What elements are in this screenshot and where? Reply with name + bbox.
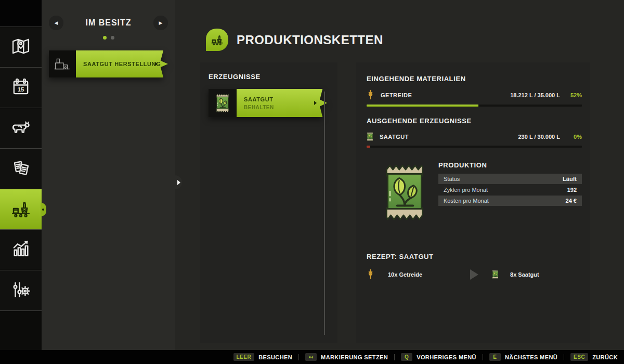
row-value: Läuft: [563, 176, 577, 182]
recipe-title: REZEPT: SAATGUT: [367, 253, 582, 261]
seed-bag-icon: [492, 269, 499, 279]
wheat-icon: [367, 269, 374, 280]
sidebar: 15: [0, 0, 42, 350]
app-window: 15: [0, 0, 624, 364]
key-badge-e: E: [489, 353, 501, 361]
production-chains-icon: [206, 29, 228, 51]
hint-next-menu: E NÄCHSTES MENÜ: [489, 353, 557, 361]
hint-label: VORHERIGES MENÜ: [417, 354, 476, 360]
calendar-icon: 15: [10, 76, 32, 100]
hint-separator: [394, 354, 395, 360]
page-dot-active: [103, 36, 107, 40]
hint-separator: [564, 354, 564, 360]
statistics-icon: [10, 238, 32, 262]
output-progress-fill: [367, 146, 370, 148]
sidebar-item-production[interactable]: [0, 189, 42, 229]
hint-separator: [298, 354, 299, 360]
product-item-thumbnail: [209, 89, 237, 117]
sidebar-filler: [0, 310, 42, 350]
key-badge-tab: ↤: [305, 353, 317, 361]
bottom-keybind-bar: LEER BESUCHEN ↤ MARKIERUNG SETZEN Q VORH…: [0, 350, 624, 364]
hint-label: NÄCHSTES MENÜ: [505, 354, 557, 360]
production-table: Status Läuft Zyklen pro Monat 192 Kosten…: [438, 174, 582, 206]
expander-arrow-icon: [177, 180, 180, 185]
seed-bag-icon: [367, 132, 373, 141]
output-row-saatgut: SAATGUT 230 L / 30.000 L 0%: [367, 132, 582, 141]
inputs-title: EINGEHENDE MATERIALIEN: [367, 75, 582, 83]
outputs-title: AUSGEHENDE ERZEUGNISSE: [367, 117, 582, 125]
key-badge-q: Q: [401, 353, 412, 361]
input-progress-bar: [367, 105, 582, 107]
svg-text:15: 15: [18, 86, 24, 92]
page-next-button[interactable]: ▶: [153, 16, 168, 30]
recipe-section: REZEPT: SAATGUT 10x Getreide 8x Saatgut: [367, 253, 582, 280]
table-row: Zyklen pro Monat 192: [438, 185, 582, 195]
sidebar-spacer: [0, 0, 42, 27]
panel-expander[interactable]: [175, 175, 182, 189]
documents-icon: [10, 157, 32, 181]
page-dots: [42, 36, 175, 40]
hint-previous-menu: Q VORHERIGES MENÜ: [401, 353, 476, 361]
map-icon: [10, 35, 32, 59]
cow-icon: [10, 116, 32, 140]
hint-label: BESUCHEN: [258, 354, 292, 360]
hint-label: MARKIERUNG SETZEN: [321, 354, 388, 360]
hint-visit: LEER BESUCHEN: [233, 353, 293, 361]
page-prev-button[interactable]: ◀: [49, 16, 63, 30]
owned-panel-title: IM BESITZ: [85, 18, 131, 28]
details-panel: EINGEHENDE MATERIALIEN GETREIDE 18.212 L…: [356, 62, 590, 343]
sidebar-item-map[interactable]: [0, 27, 42, 67]
key-badge-esc: ESC: [570, 353, 588, 361]
recipe-input-label: 10x Getreide: [388, 271, 422, 278]
hint-set-marker: ↤ MARKIERUNG SETZEN: [305, 353, 388, 361]
hint-separator: [483, 354, 483, 360]
row-label: Status: [444, 176, 460, 182]
hint-back: ESC ZURÜCK: [570, 353, 618, 361]
input-amount: 18.212 L / 35.000 L: [510, 92, 560, 98]
sidebar-item-statistics[interactable]: [0, 229, 42, 270]
row-value: 24 €: [566, 198, 577, 204]
sidebar-item-animals[interactable]: [0, 108, 42, 148]
owned-panel: ◀ IM BESITZ ▶ SAATGUT HERSTELLUNG: [42, 0, 175, 350]
product-item-saatgut[interactable]: SAATGUT BEHALTEN: [209, 89, 327, 117]
wheat-icon: [367, 89, 374, 100]
item-arrow-icon: [155, 62, 158, 66]
row-value: 192: [567, 187, 577, 193]
output-percent: 0%: [560, 134, 582, 140]
active-tab-dot: [42, 209, 44, 211]
product-item-mode: BEHALTEN: [244, 105, 327, 110]
input-percent: 52%: [560, 92, 582, 98]
sidebar-item-contracts[interactable]: [0, 148, 42, 189]
sidebar-item-calendar[interactable]: 15: [0, 67, 42, 108]
row-label: Zyklen pro Monat: [444, 187, 488, 193]
table-row: Status Läuft: [438, 174, 582, 184]
output-progress-bar: [367, 146, 582, 148]
input-progress-fill: [367, 105, 478, 107]
recipe-row: 10x Getreide 8x Saatgut: [367, 269, 582, 280]
input-row-getreide: GETREIDE 18.212 L / 35.000 L 52%: [367, 89, 582, 100]
output-name: SAATGUT: [380, 134, 409, 140]
products-scrollbar[interactable]: [324, 92, 325, 335]
hint-label: ZURÜCK: [592, 354, 618, 360]
owned-item-thumbnail: [49, 50, 76, 77]
seed-bag-icon: [215, 93, 230, 113]
products-panel-title: ERZEUGNISSE: [209, 73, 329, 81]
settings-icon: [10, 279, 32, 303]
item-arrow-icon: [314, 101, 317, 105]
table-row: Kosten pro Monat 24 €: [438, 196, 582, 206]
production-section: PRODUKTION Status Läuft Zyklen pro Monat…: [367, 161, 582, 223]
recipe-output-label: 8x Saatgut: [510, 271, 539, 278]
page-title: PRODUKTIONSKETTEN: [237, 33, 383, 47]
production-title: PRODUKTION: [438, 161, 582, 169]
factory-thumb-icon: [50, 52, 74, 76]
sidebar-item-settings[interactable]: [0, 270, 42, 310]
main-header: PRODUKTIONSKETTEN: [206, 29, 383, 51]
input-name: GETREIDE: [381, 92, 412, 98]
page-dot: [111, 36, 114, 40]
owned-item-saatgut-herstellung[interactable]: SAATGUT HERSTELLUNG: [49, 50, 168, 77]
seed-bag-illustration: [383, 161, 426, 223]
production-icon: [10, 198, 32, 222]
key-badge-space: LEER: [233, 353, 255, 361]
products-panel: ERZEUGNISSE SAATGUT BEHALTEN: [200, 62, 337, 343]
recipe-arrow-icon: [470, 269, 478, 280]
